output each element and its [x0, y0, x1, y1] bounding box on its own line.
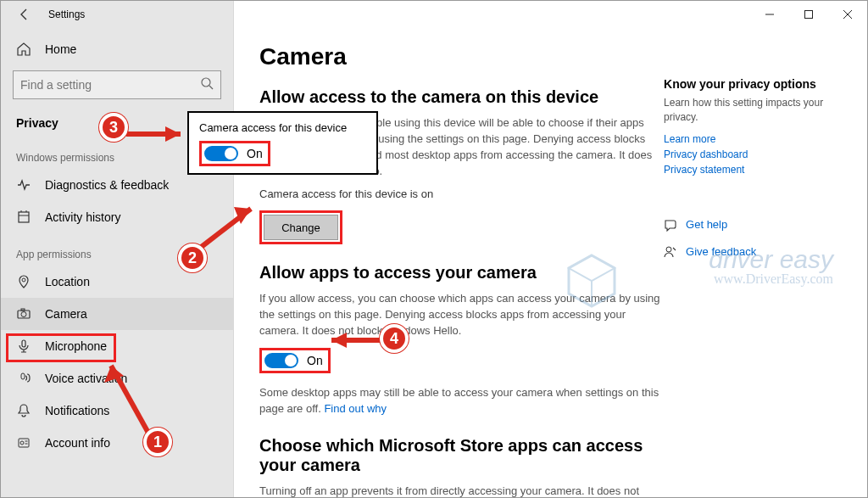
back-button[interactable] — [13, 3, 36, 26]
sidebar-item-camera[interactable]: Camera — [1, 298, 233, 330]
search-box[interactable] — [13, 70, 221, 99]
section3-heading: Choose which Microsoft Store apps can ac… — [259, 436, 664, 475]
svg-point-4 — [202, 78, 210, 87]
sidebar-home-label: Home — [45, 42, 76, 56]
change-highlight: Change — [259, 210, 342, 244]
diagnostics-icon — [16, 177, 31, 193]
get-help-link[interactable]: Get help — [664, 218, 842, 232]
annotation-badge-1: 1 — [143, 428, 172, 456]
camera-access-popup: Camera access for this device On — [187, 111, 378, 175]
toggle2-highlight: On — [259, 348, 331, 373]
svg-marker-26 — [165, 126, 181, 142]
give-feedback-link[interactable]: Give feedback — [664, 245, 842, 259]
account-icon — [16, 435, 31, 450]
activity-icon — [16, 210, 31, 225]
close-button[interactable] — [828, 1, 867, 28]
status-value: on — [421, 187, 433, 200]
section2-desc: If you allow access, you can choose whic… — [259, 291, 664, 339]
settings-window: Settings Home Privacy Windows permission… — [0, 0, 868, 498]
svg-line-5 — [209, 86, 213, 89]
search-icon — [200, 76, 214, 93]
section1-heading: Allow access to the camera on this devic… — [259, 87, 664, 107]
section2-note: Some desktop apps may still be able to a… — [259, 385, 664, 417]
home-icon — [16, 42, 31, 57]
section3-desc: Turning off an app prevents it from dire… — [259, 484, 664, 497]
svg-rect-15 — [21, 373, 25, 379]
annotation-arrow-3 — [120, 121, 196, 147]
svg-point-20 — [666, 247, 671, 252]
sidebar-item-label: Location — [45, 275, 90, 288]
minimize-button[interactable] — [750, 1, 789, 28]
microphone-icon — [16, 339, 31, 354]
voice-icon — [16, 371, 31, 386]
page-title: Camera — [259, 43, 664, 70]
aside-desc: Learn how this setting impacts your priv… — [664, 96, 842, 125]
location-icon — [16, 274, 31, 289]
svg-rect-13 — [21, 309, 25, 311]
change-button[interactable]: Change — [264, 215, 338, 240]
titlebar: Settings — [1, 1, 867, 28]
svg-rect-6 — [19, 212, 29, 222]
annotation-badge-4: 4 — [380, 324, 409, 353]
svg-point-12 — [21, 312, 26, 317]
apps-camera-toggle[interactable]: On — [264, 353, 323, 368]
camera-icon — [16, 306, 31, 322]
main-content: Camera Allow access to the camera on thi… — [234, 1, 867, 497]
window-controls — [750, 1, 867, 28]
annotation-arrow-4 — [323, 330, 387, 350]
link-privacy-statement[interactable]: Privacy statement — [664, 164, 842, 176]
svg-rect-1 — [805, 11, 813, 19]
feedback-label: Give feedback — [686, 245, 756, 258]
note-prefix: Some desktop apps may still be able to a… — [259, 386, 659, 415]
svg-rect-14 — [22, 340, 25, 347]
annotation-badge-2: 2 — [178, 243, 207, 272]
sidebar-item-label: Activity history — [45, 210, 120, 224]
toggle-label: On — [307, 354, 323, 367]
notifications-icon — [16, 403, 31, 418]
toggle-track — [204, 146, 238, 161]
toggle-track — [264, 353, 298, 368]
svg-point-17 — [20, 441, 24, 445]
maximize-button[interactable] — [789, 1, 828, 28]
help-icon — [664, 218, 677, 232]
window-title: Settings — [48, 8, 85, 20]
find-out-why-link[interactable]: Find out why — [324, 402, 387, 415]
sidebar-item-label: Camera — [45, 307, 87, 321]
search-input[interactable] — [20, 78, 190, 92]
svg-marker-28 — [331, 333, 347, 348]
popup-title: Camera access for this device — [199, 121, 366, 134]
device-camera-toggle[interactable]: On — [204, 146, 263, 161]
aside-panel: Know your privacy options Learn how this… — [664, 43, 842, 480]
popup-toggle-highlight: On — [199, 141, 270, 166]
sidebar-item-label: Diagnostics & feedback — [45, 178, 169, 192]
sidebar-home[interactable]: Home — [1, 35, 233, 64]
svg-point-10 — [22, 278, 25, 282]
status-prefix: Camera access for this device is — [259, 187, 421, 200]
section2-heading: Allow apps to access your camera — [259, 263, 664, 283]
link-privacy-dashboard[interactable]: Privacy dashboard — [664, 148, 842, 160]
help-label: Get help — [686, 218, 727, 231]
feedback-icon — [664, 245, 677, 259]
section1-status: Camera access for this device is on — [259, 187, 664, 200]
toggle-label: On — [247, 147, 263, 160]
annotation-badge-3: 3 — [99, 113, 128, 142]
link-learn-more[interactable]: Learn more — [664, 133, 842, 145]
aside-heading: Know your privacy options — [664, 77, 842, 91]
